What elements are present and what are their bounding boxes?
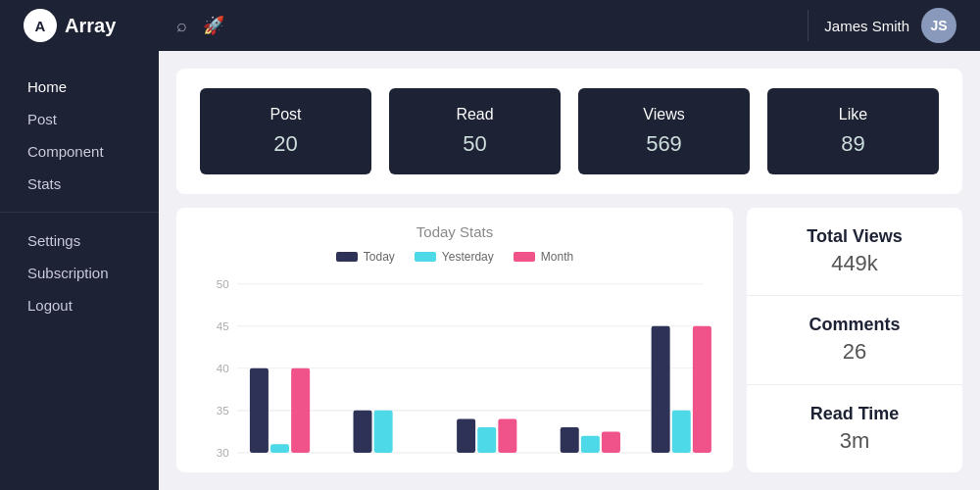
svg-text:30: 30	[217, 446, 229, 459]
stat-read-value: 50	[405, 131, 545, 157]
legend-today-label: Today	[364, 250, 395, 264]
sidebar-item-home[interactable]: Home	[0, 71, 159, 103]
rocket-icon[interactable]: 🚀	[203, 15, 224, 36]
stats-cards-row: Post 20 Read 50 Views 569 Like 89	[176, 69, 962, 194]
svg-text:40: 40	[217, 362, 229, 374]
stat-read-title: Read	[405, 106, 545, 123]
right-stat-total-views: Total Views 449k	[747, 208, 962, 296]
sidebar-group-main: Home Post Component Stats	[0, 71, 159, 213]
bottom-row: Today Stats Today Yesterday Month	[176, 208, 962, 472]
stat-card-views: Views 569	[578, 88, 750, 174]
stat-like-value: 89	[783, 131, 923, 157]
logo-icon: A	[24, 9, 57, 42]
chart-title: Today Stats	[196, 223, 713, 240]
avatar: JS	[921, 8, 956, 43]
main-content: Post 20 Read 50 Views 569 Like 89 Today …	[159, 51, 980, 490]
legend-today: Today	[336, 250, 395, 264]
legend-yesterday-label: Yesterday	[442, 250, 494, 264]
legend-yesterday-color	[415, 252, 436, 262]
sidebar-item-subscription[interactable]: Subscription	[0, 257, 159, 289]
svg-text:45: 45	[217, 319, 229, 332]
stat-post-title: Post	[216, 106, 356, 123]
legend-today-color	[336, 252, 358, 262]
stat-card-like: Like 89	[767, 88, 939, 174]
sidebar-item-component[interactable]: Component	[0, 135, 159, 168]
app-name: Array	[65, 15, 116, 37]
stat-views-value: 569	[594, 131, 734, 157]
svg-rect-12	[291, 368, 310, 453]
svg-rect-24	[693, 326, 711, 453]
read-time-value: 3m	[840, 428, 870, 454]
right-stat-comments: Comments 26	[747, 296, 962, 384]
chart-svg: 50 45 40 35 30	[196, 273, 713, 472]
read-time-title: Read Time	[810, 404, 900, 424]
svg-rect-21	[602, 431, 620, 453]
legend-month-label: Month	[541, 250, 573, 264]
svg-rect-14	[374, 411, 393, 453]
svg-rect-22	[652, 326, 670, 453]
sidebar-item-post[interactable]: Post	[0, 103, 159, 135]
header-icons: ⌕ 🚀	[161, 15, 792, 36]
svg-text:50: 50	[217, 277, 229, 290]
sidebar-item-logout[interactable]: Logout	[0, 289, 159, 321]
stat-post-value: 20	[216, 131, 356, 157]
svg-rect-23	[672, 411, 691, 453]
sidebar: Home Post Component Stats Settings Subsc…	[0, 51, 159, 490]
svg-text:35: 35	[217, 404, 229, 416]
app-body: Home Post Component Stats Settings Subsc…	[0, 51, 980, 490]
legend-yesterday: Yesterday	[415, 250, 494, 264]
svg-rect-11	[270, 444, 289, 453]
right-panel: Total Views 449k Comments 26 Read Time 3…	[747, 208, 962, 472]
stat-views-title: Views	[594, 106, 734, 123]
right-stat-read-time: Read Time 3m	[747, 385, 962, 472]
total-views-title: Total Views	[807, 226, 902, 247]
logo-area: A Array	[24, 9, 161, 42]
svg-rect-10	[250, 368, 269, 453]
comments-title: Comments	[808, 315, 900, 335]
header-divider	[808, 10, 808, 41]
chart-panel: Today Stats Today Yesterday Month	[176, 208, 733, 472]
chart-legend: Today Yesterday Month	[196, 250, 713, 264]
app-header: A Array ⌕ 🚀 James Smith JS	[0, 0, 980, 51]
total-views-value: 449k	[831, 251, 878, 276]
user-area: James Smith JS	[824, 8, 956, 43]
svg-rect-18	[498, 418, 516, 452]
stat-card-post: Post 20	[200, 88, 371, 174]
sidebar-item-settings[interactable]: Settings	[0, 224, 159, 257]
legend-month-color	[514, 252, 535, 262]
search-icon[interactable]: ⌕	[176, 16, 187, 36]
chart-area: 50 45 40 35 30	[196, 273, 713, 472]
sidebar-group-secondary: Settings Subscription Logout	[0, 224, 159, 333]
svg-rect-17	[477, 427, 496, 453]
stat-like-title: Like	[783, 106, 923, 123]
user-name: James Smith	[824, 18, 909, 34]
svg-rect-13	[354, 411, 372, 453]
svg-rect-19	[561, 427, 579, 453]
legend-month: Month	[514, 250, 573, 264]
comments-value: 26	[843, 339, 866, 365]
svg-rect-16	[457, 418, 475, 452]
svg-rect-20	[581, 436, 600, 453]
sidebar-item-stats[interactable]: Stats	[0, 168, 159, 200]
stat-card-read: Read 50	[389, 88, 561, 174]
